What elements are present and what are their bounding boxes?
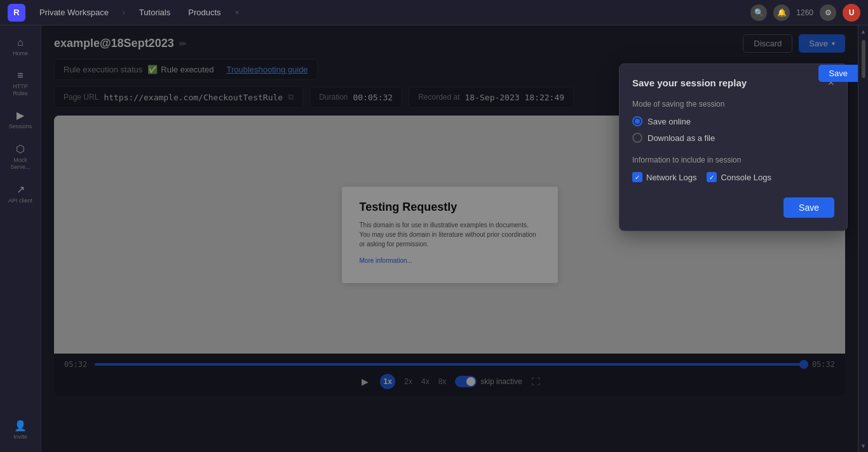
sidebar-item-home[interactable]: ⌂ Home (3, 33, 38, 61)
sidebar-label-http-rules: HTTP Rules (8, 83, 33, 97)
checkbox-console[interactable]: ✓ Console Logs (707, 172, 771, 182)
sidebar-item-mock-server[interactable]: ⬡ Mock Serve... (3, 139, 38, 175)
invite-icon: 👤 (14, 420, 27, 432)
modal-title: Save your session replay (632, 77, 747, 88)
sessions-icon: ▶ (17, 109, 24, 121)
radio-dot-online (635, 119, 640, 124)
modal-footer: Save (632, 197, 834, 218)
modal-header: Save your session replay × (632, 77, 834, 88)
radio-circle-file (632, 133, 642, 143)
notification-icon[interactable]: 🔔 (773, 4, 790, 21)
mock-server-icon: ⬡ (16, 143, 25, 155)
main-layout: ⌂ Home ≡ HTTP Rules ▶ Sessions ⬡ Mock Se… (0, 25, 868, 452)
check-mark-console: ✓ (709, 174, 714, 181)
info-section-label: Information to include in session (632, 156, 834, 164)
topbar-num: 1260 (796, 8, 813, 17)
sidebar-label-invite: Invite (13, 434, 27, 441)
nav-workspace[interactable]: Private Workspace (36, 6, 112, 18)
search-icon[interactable]: 🔍 (750, 4, 767, 21)
sidebar-label-home: Home (13, 50, 28, 57)
settings-icon[interactable]: ⚙ (820, 4, 836, 21)
nav-products[interactable]: Products (184, 6, 224, 18)
sidebar: ⌂ Home ≡ HTTP Rules ▶ Sessions ⬡ Mock Se… (0, 25, 41, 452)
mode-section-label: Mode of saving the session (632, 100, 834, 109)
scroll-thumb[interactable] (862, 40, 865, 78)
checkbox-box-network: ✓ (632, 172, 642, 182)
right-scrollbar: ▲ ▼ (858, 25, 868, 452)
nav-tutorials[interactable]: Tutorials (135, 6, 174, 18)
checkbox-box-console: ✓ (707, 172, 717, 182)
modal-save-button[interactable]: Save (783, 197, 834, 218)
sidebar-label-mock-server: Mock Serve... (8, 157, 33, 171)
user-avatar[interactable]: U (843, 4, 860, 22)
api-client-icon: ↗ (17, 183, 25, 196)
bg-save-button: Save (818, 65, 858, 82)
radio-label-file: Download as a file (648, 133, 715, 143)
sidebar-item-sessions[interactable]: ▶ Sessions (3, 105, 38, 134)
sidebar-item-http-rules[interactable]: ≡ HTTP Rules (3, 66, 38, 101)
home-icon: ⌂ (17, 37, 24, 48)
check-mark-network: ✓ (635, 174, 640, 181)
radio-label-online: Save online (648, 117, 691, 126)
radio-group: Save online Download as a file (632, 116, 834, 143)
http-rules-icon: ≡ (17, 70, 23, 81)
checkbox-group: ✓ Network Logs ✓ Console Logs (632, 172, 834, 182)
checkbox-label-network: Network Logs (646, 173, 696, 182)
radio-download-file[interactable]: Download as a file (632, 133, 834, 143)
content-area: example@18Sept2023 ✏ Discard Save ▾ Rule… (41, 25, 858, 452)
scroll-thumb-area (862, 37, 865, 440)
modal-overlay: Save Save your session replay × Mode of … (41, 25, 858, 452)
radio-save-online[interactable]: Save online (632, 116, 834, 126)
checkbox-label-console: Console Logs (721, 173, 771, 182)
scroll-down-arrow[interactable]: ▼ (860, 442, 867, 449)
scroll-up-arrow[interactable]: ▲ (860, 28, 867, 35)
topbar-right: 🔍 🔔 1260 ⚙ U (750, 4, 860, 22)
checkbox-network[interactable]: ✓ Network Logs (632, 172, 696, 182)
sidebar-item-invite[interactable]: 👤 Invite (3, 416, 38, 444)
sidebar-label-api-client: API client (8, 197, 32, 204)
sidebar-item-api-client[interactable]: ↗ API client (3, 180, 38, 208)
save-session-modal: Save your session replay × Mode of savin… (619, 63, 848, 231)
app-logo: R (8, 4, 25, 22)
topbar: R Private Workspace › Tutorials Products… (0, 0, 868, 25)
radio-circle-online (632, 116, 642, 126)
sidebar-label-sessions: Sessions (9, 123, 32, 130)
